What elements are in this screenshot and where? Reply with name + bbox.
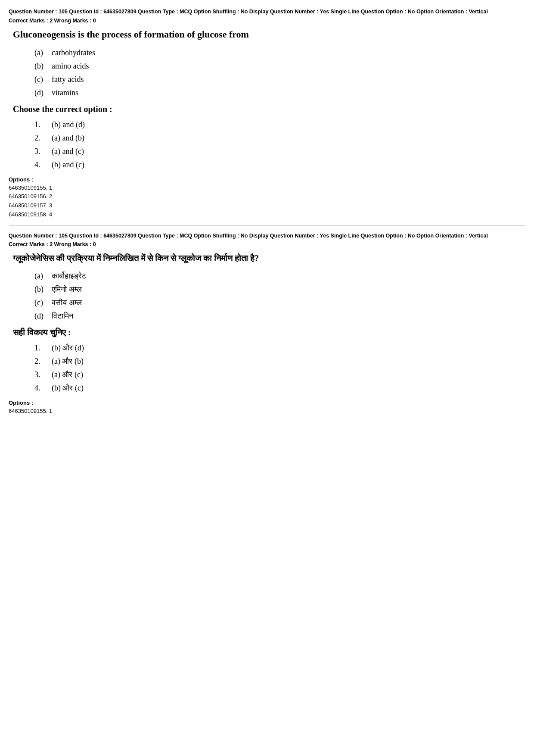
option-label: (c) [34,298,52,307]
num-label: 2. [34,134,52,143]
option-code: 646350109157. 3 [9,201,525,210]
option-label: (a) [34,272,52,281]
list-item: (b) amino acids [34,62,525,71]
list-item: 3. (a) and (c) [34,147,525,156]
section-divider [9,225,525,226]
option-text: fatty acids [52,75,84,84]
option-text: वसीय अम्ल [52,298,82,307]
num-label: 4. [34,160,52,169]
option-text: amino acids [52,62,89,71]
answer-text: (a) और (c) [52,370,83,379]
option-text: vitamins [52,88,78,97]
list-item: (a) carbohydrates [34,48,525,57]
answer-text: (b) और (d) [52,344,84,353]
list-item: (d) विटामिन [34,312,525,321]
option-code: 646350109155. 1 [9,184,525,193]
option-text: कार्बोहाइड्रेट [52,272,86,281]
list-item: 1. (b) and (d) [34,120,525,129]
list-item: (c) fatty acids [34,75,525,84]
meta-info-1: Question Number : 105 Question Id : 6463… [9,8,525,16]
answer-text: (a) और (b) [52,357,84,366]
hindi-choose-label: सही विकल्प चुनिए : [9,328,525,337]
answer-text: (b) और (c) [52,384,84,393]
answers-list-2: 1. (b) और (d) 2. (a) और (b) 3. (a) और (c… [9,344,525,393]
options-heading-2: Options : [9,400,525,406]
answers-list-1: 1. (b) and (d) 2. (a) and (b) 3. (a) and… [9,120,525,169]
meta-info-2: Question Number : 105 Question Id : 6463… [9,232,525,240]
option-label: (d) [34,312,52,321]
answer-text: (b) and (d) [52,120,85,129]
list-item: 4. (b) and (c) [34,160,525,169]
option-label: (b) [34,62,52,71]
list-item: (b) एमिनो अम्ल [34,285,525,294]
num-label: 3. [34,147,52,156]
list-item: 1. (b) और (d) [34,344,525,353]
num-label: 1. [34,120,52,129]
list-item: (c) वसीय अम्ल [34,298,525,307]
option-code: 646350109158. 4 [9,210,525,219]
section-1: Question Number : 105 Question Id : 6463… [9,8,525,219]
answer-text: (a) and (c) [52,147,84,156]
num-label: 1. [34,344,52,353]
num-label: 2. [34,357,52,366]
marks-line-1: Correct Marks : 2 Wrong Marks : 0 [9,18,525,24]
sub-options-list-2: (a) कार्बोहाइड्रेट (b) एमिनो अम्ल (c) वस… [9,272,525,321]
answer-text: (a) and (b) [52,134,84,143]
option-code: 646350109156. 2 [9,192,525,201]
options-section-2: Options : 646350109155. 1 [9,400,525,416]
hindi-question-text: ग्लूकोजेनेसिस की प्रक्रिया में निम्नलिखि… [9,252,525,265]
option-label: (a) [34,48,52,57]
option-text: एमिनो अम्ल [52,285,82,294]
list-item: 2. (a) and (b) [34,134,525,143]
list-item: (d) vitamins [34,88,525,97]
num-label: 3. [34,370,52,379]
question-text-1: Gluconeogensis is the process of formati… [9,28,525,41]
marks-line-2: Correct Marks : 2 Wrong Marks : 0 [9,241,525,247]
option-text: carbohydrates [52,48,95,57]
sub-options-list-1: (a) carbohydrates (b) amino acids (c) fa… [9,48,525,97]
num-label: 4. [34,384,52,393]
answer-text: (b) and (c) [52,160,84,169]
option-label: (c) [34,75,52,84]
list-item: 3. (a) और (c) [34,370,525,379]
section-2: Question Number : 105 Question Id : 6463… [9,232,525,416]
option-code: 646350109155. 1 [9,407,525,416]
list-item: 4. (b) और (c) [34,384,525,393]
list-item: 2. (a) और (b) [34,357,525,366]
options-heading-1: Options : [9,176,525,183]
option-label: (b) [34,285,52,294]
option-label: (d) [34,88,52,97]
choose-label-1: Choose the correct option : [9,104,525,114]
list-item: (a) कार्बोहाइड्रेट [34,272,525,281]
option-text: विटामिन [52,312,73,321]
options-section-1: Options : 646350109155. 1 646350109156. … [9,176,525,219]
